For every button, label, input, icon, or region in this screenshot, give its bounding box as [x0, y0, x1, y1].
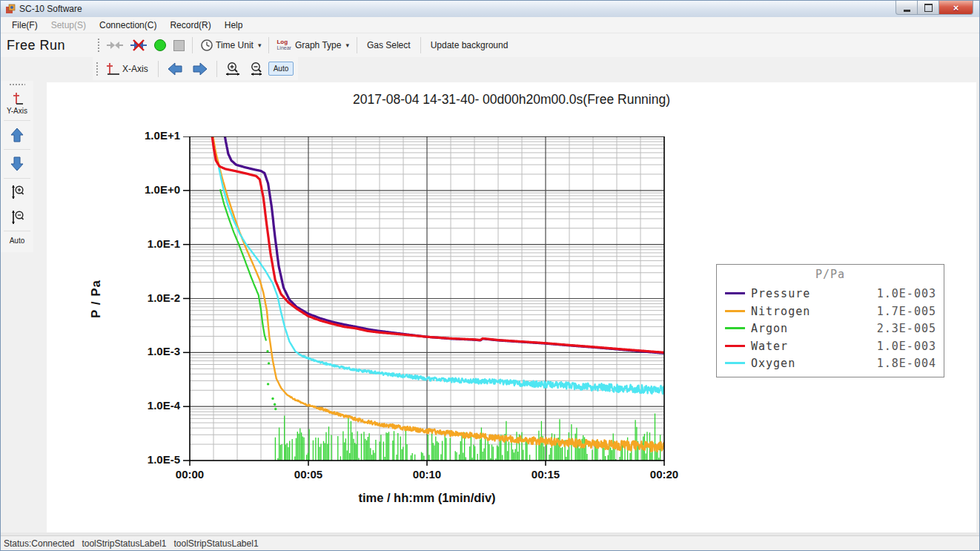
plot-area — [181, 136, 670, 470]
chart-title: 2017-08-04 14-31-40- 00d00h20m00.0s(Free… — [47, 92, 976, 108]
toolbar-separator — [4, 231, 30, 231]
x-tick-label: 00:00 — [166, 468, 213, 481]
record-button[interactable] — [150, 36, 170, 54]
series-argon — [220, 189, 660, 466]
legend-row-oxygen: Oxygen1.8E-004 — [717, 354, 944, 372]
connect-button[interactable] — [103, 36, 127, 55]
toolbar-separator — [158, 61, 159, 77]
status-bar: Status:ConnectedtoolStripStatusLabel1too… — [1, 535, 979, 551]
minimize-icon — [904, 10, 910, 12]
time-unit-label: Time Unit — [216, 40, 254, 50]
legend-title: P/Pa — [717, 268, 944, 281]
series-line — [212, 136, 664, 452]
minimize-button[interactable] — [895, 1, 918, 15]
maximize-button[interactable] — [918, 1, 939, 15]
pan-right-button[interactable] — [188, 58, 213, 80]
series-oxygen — [219, 167, 664, 394]
pan-down-button[interactable] — [1, 151, 33, 177]
series-dot — [274, 403, 276, 406]
legend-row-water: Water1.0E-003 — [717, 337, 944, 354]
toolbar-xaxis: X-Axis — [93, 57, 298, 80]
legend-swatch — [725, 327, 745, 329]
legend-row-argon: Argon2.3E-005 — [717, 320, 944, 337]
toolbar-grip[interactable] — [9, 83, 25, 86]
auto-y-button[interactable]: Auto — [1, 232, 33, 249]
legend-name: Oxygen — [751, 357, 795, 370]
legend-swatch — [725, 292, 745, 294]
close-icon: × — [953, 3, 959, 13]
toolbar-grip[interactable] — [96, 62, 99, 76]
pan-left-button[interactable] — [162, 58, 188, 80]
y-axis-title: P / Pa — [86, 136, 107, 461]
series-dot — [274, 408, 277, 410]
graph-type-button[interactable]: Log Linear Graph Type ▾ — [273, 36, 352, 54]
toolbar-separator — [192, 37, 193, 53]
legend-swatch — [725, 345, 745, 347]
window-title: SC-10 Software — [19, 4, 82, 14]
gas-select-button[interactable]: Gas Select — [361, 37, 417, 53]
mode-label: Free Run — [7, 38, 94, 53]
menu-item-connection[interactable]: Connection(C) — [93, 18, 163, 33]
zoom-out-x-icon — [248, 62, 265, 76]
legend: P/Pa Pressure1.0E-003Nitrogen1.7E-005Arg… — [716, 264, 944, 377]
app-window: SC-10 Software × File(F)Setup(S)Connecti… — [0, 0, 980, 551]
zoom-in-x-icon — [225, 62, 241, 76]
graph-type-label: Graph Type — [295, 40, 341, 50]
chevron-down-icon: ▾ — [345, 42, 349, 49]
time-unit-button[interactable]: Time Unit ▾ — [196, 36, 265, 55]
stop-icon — [173, 40, 185, 51]
arrow-up-icon — [9, 126, 25, 144]
pan-up-button[interactable] — [1, 122, 33, 148]
menu-bar: File(F)Setup(S)Connection(C)Record(R)Hel… — [1, 17, 979, 33]
menu-item-help[interactable]: Help — [218, 18, 250, 33]
gas-select-label: Gas Select — [367, 40, 411, 50]
x-axis-title: time / hh:mm (1min/div) — [190, 491, 664, 505]
toolbar-separator — [4, 149, 30, 150]
series-nitrogen — [212, 136, 664, 452]
series-line — [219, 167, 664, 394]
zoom-in-x-button[interactable] — [221, 59, 245, 79]
zoom-in-y-button[interactable] — [1, 179, 33, 205]
x-tick-label: 00:15 — [522, 468, 569, 481]
zoom-out-y-button[interactable] — [1, 205, 33, 230]
series-dot — [267, 383, 269, 385]
auto-x-button[interactable]: Auto — [268, 62, 294, 76]
series-spikes — [275, 414, 660, 466]
zoom-out-x-button[interactable] — [245, 59, 268, 79]
clock-icon — [200, 39, 213, 52]
axis-icon — [105, 62, 120, 76]
toolbar-separator — [357, 37, 357, 53]
record-icon — [154, 39, 166, 51]
disconnect-icon — [130, 39, 147, 52]
close-button[interactable]: × — [939, 1, 973, 15]
zoom-in-y-icon — [10, 184, 24, 200]
toolbar-separator — [4, 178, 30, 179]
toolbar-yaxis: Y-Axis — [1, 81, 33, 252]
series-dot — [271, 397, 274, 400]
toolbar-separator — [216, 61, 217, 77]
update-background-label: Update background — [431, 40, 509, 50]
axis-icon — [10, 91, 24, 106]
menu-item-file[interactable]: File(F) — [5, 18, 44, 33]
series-dot — [268, 362, 270, 364]
toolbar-main: Free Run — [1, 33, 979, 57]
menu-item-record[interactable]: Record(R) — [163, 18, 217, 33]
legend-name: Nitrogen — [751, 305, 810, 318]
menu-item-setup[interactable]: Setup(S) — [44, 18, 93, 33]
legend-value: 1.0E-003 — [877, 287, 936, 300]
legend-value: 1.8E-004 — [877, 357, 936, 370]
disconnect-button[interactable] — [127, 36, 150, 55]
arrow-down-icon — [9, 155, 25, 173]
series-dot — [266, 350, 268, 352]
toolbar-separator — [4, 120, 30, 121]
plot-series — [211, 136, 664, 466]
log-linear-icon: Log Linear — [277, 39, 291, 51]
stop-button[interactable] — [170, 37, 188, 54]
yaxis-scale-button[interactable]: Y-Axis — [1, 87, 33, 119]
x-tick-label: 00:10 — [403, 468, 451, 481]
update-background-button[interactable]: Update background — [425, 37, 514, 53]
toolbar-grip[interactable] — [97, 38, 100, 53]
connect-icon — [107, 39, 123, 52]
xaxis-scale-button[interactable]: X-Axis — [102, 59, 154, 79]
legend-value: 1.7E-005 — [877, 305, 936, 318]
